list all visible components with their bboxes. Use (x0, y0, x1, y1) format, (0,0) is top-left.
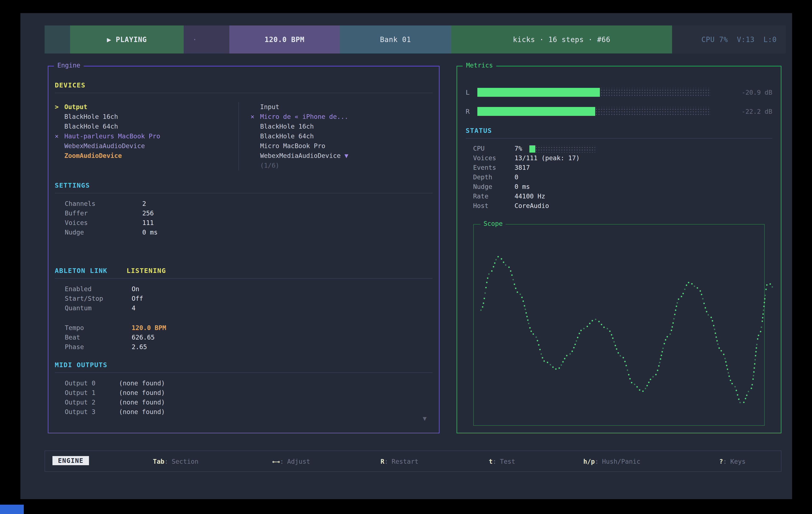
meter-fill (477, 107, 595, 116)
link-value: 626.65 (132, 334, 154, 341)
meter-track (477, 88, 711, 97)
dropdown-arrow-icon[interactable]: ▼ (344, 152, 348, 159)
transport-label: ▶ PLAYING (107, 35, 147, 44)
link-phase: Phase2.65 (65, 342, 433, 352)
link-start-stop[interactable]: Start/StopOff (65, 294, 433, 303)
meter-channel-label: R (466, 108, 477, 115)
setting-voices[interactable]: Voices111 (65, 218, 433, 228)
scroll-more-icon: ▼ (423, 415, 427, 422)
hint-separator: : (493, 458, 496, 465)
status-value: 3817 (515, 164, 530, 171)
hint-separator: : (723, 458, 727, 465)
device-list-pagination: (1/6) (251, 161, 433, 171)
device-option[interactable]: BlackHole 64ch (55, 122, 238, 131)
scope-panel: Scope (473, 224, 765, 426)
beat-pulse-indicator: · (184, 26, 229, 54)
hint-hush-panic: h/p:Hush/Panic (583, 458, 640, 465)
setting-value: 2 (142, 200, 146, 207)
status-voices: Voices13/111 (peak: 17) (473, 153, 772, 163)
status-value: 44100 Hz (515, 192, 545, 200)
device-option-active[interactable]: ZoomAudioDevice (55, 151, 238, 161)
transport-status[interactable]: ▶ PLAYING (70, 26, 184, 54)
link-label: Enabled (65, 284, 132, 294)
link-label: Phase (65, 342, 132, 352)
setting-nudge[interactable]: Nudge0 ms (65, 228, 433, 237)
midi-label: Output 1 (65, 388, 119, 397)
setting-value: 256 (142, 209, 154, 217)
bank-label: Bank 01 (380, 35, 411, 44)
hint-keys: ?:Keys (719, 458, 746, 465)
meter-right: R -22.2 dB (466, 107, 772, 116)
ableton-link-section-header: ABLETON LINKLISTENING (55, 267, 433, 274)
link-label: Tempo (65, 323, 132, 333)
output-device-list: >Output BlackHole 16ch BlackHole 64ch ×H… (55, 102, 238, 171)
device-name: Output (64, 103, 87, 111)
pattern-display[interactable]: kicks · 16 steps · #66 (451, 26, 672, 54)
bpm-display[interactable]: 120.0 BPM (229, 26, 340, 54)
status-label: Rate (473, 191, 515, 201)
device-option[interactable]: WebexMediaAudioDevice (55, 141, 238, 151)
device-option[interactable]: WebexMediaAudioDevice▼ (251, 151, 433, 161)
hint-separator: : (384, 458, 388, 465)
device-option[interactable]: BlackHole 16ch (55, 112, 238, 122)
device-name: BlackHole 16ch (64, 113, 118, 120)
output-column-header[interactable]: >Output (55, 102, 238, 112)
cpu-mini-fill (529, 145, 535, 153)
app-window: ▶ PLAYING · 120.0 BPM Bank 01 kicks · 16… (20, 13, 792, 499)
hint-desc: Restart (392, 458, 418, 465)
input-column-header[interactable]: Input (251, 102, 433, 112)
device-option-muted[interactable]: ×Micro de « iPhone de... (251, 112, 433, 122)
link-tempo-rows: Tempo120.0 BPM Beat626.65 Phase2.65 (55, 323, 433, 352)
device-option-muted[interactable]: ×Haut-parleurs MacBook Pro (55, 131, 238, 141)
bpm-label: 120.0 BPM (265, 35, 304, 44)
device-columns: >Output BlackHole 16ch BlackHole 64ch ×H… (55, 102, 433, 171)
meter-db-value: -20.9 dB (719, 89, 772, 96)
engine-mode-badge[interactable]: ENGINE (53, 456, 89, 465)
muted-x-icon: × (251, 112, 260, 122)
device-option[interactable]: BlackHole 16ch (251, 122, 433, 131)
bank-display[interactable]: Bank 01 (340, 26, 451, 54)
device-option[interactable]: BlackHole 64ch (251, 131, 433, 141)
hint-test: t:Test (489, 458, 515, 465)
link-value: 2.65 (132, 343, 147, 351)
pattern-label: kicks · 16 steps · #66 (513, 35, 610, 44)
status-rows: CPU7% Voices13/111 (peak: 17) Events3817… (466, 144, 772, 211)
link-tempo[interactable]: Tempo120.0 BPM (65, 323, 433, 333)
link-quantum[interactable]: Quantum4 (65, 303, 433, 313)
device-name: Micro MacBook Pro (260, 142, 325, 150)
devices-section-header: DEVICES (55, 81, 433, 89)
divider (466, 138, 772, 139)
midi-rows: Output 0(none found) Output 1(none found… (55, 379, 433, 417)
ableton-link-title: ABLETON LINK (55, 267, 108, 274)
hint-key: R (380, 458, 384, 465)
hint-key: t (489, 458, 493, 465)
setting-label: Voices (65, 218, 142, 228)
system-stats-label: CPU 7% V:13 L:0 (701, 35, 777, 44)
status-value: 13/111 (peak: 17) (515, 154, 580, 162)
link-enabled[interactable]: EnabledOn (65, 284, 433, 294)
status-section-header: STATUS (466, 127, 772, 134)
device-name: WebexMediaAudioDevice (64, 142, 145, 150)
device-name: WebexMediaAudioDevice (260, 152, 341, 159)
settings-rows: Channels2 Buffer256 Voices111 Nudge0 ms (55, 199, 433, 237)
setting-buffer[interactable]: Buffer256 (65, 208, 433, 218)
device-option[interactable]: Micro MacBook Pro (251, 141, 433, 151)
hint-separator: : (164, 458, 168, 465)
hint-desc: Section (172, 458, 198, 465)
link-status-badge: LISTENING (126, 267, 166, 274)
link-label: Beat (65, 333, 132, 342)
scope-canvas (478, 229, 777, 421)
link-label: Quantum (65, 303, 132, 313)
setting-label: Nudge (65, 228, 142, 237)
status-host: HostCoreAudio (473, 201, 772, 211)
link-tempo-value: 120.0 BPM (132, 324, 166, 332)
status-nudge: Nudge0 ms (473, 182, 772, 191)
link-value: Off (132, 295, 143, 302)
setting-channels[interactable]: Channels2 (65, 199, 433, 208)
setting-label: Channels (65, 199, 142, 208)
midi-output-0: Output 0(none found) (65, 379, 433, 388)
hint-key: Tab (153, 458, 164, 465)
scope-panel-title: Scope (481, 220, 505, 227)
device-name: ZoomAudioDevice (64, 152, 122, 159)
hint-separator: : (595, 458, 599, 465)
